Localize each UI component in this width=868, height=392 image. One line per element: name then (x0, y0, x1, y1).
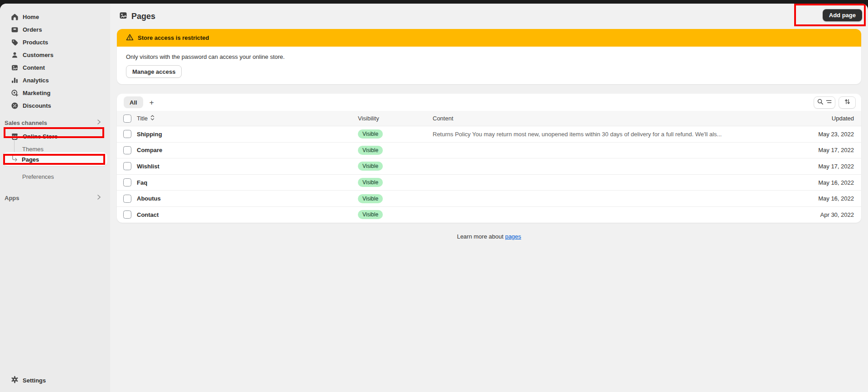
online-store-icon (11, 133, 19, 140)
sidebar-item-home[interactable]: Home (0, 10, 110, 23)
discounts-icon (11, 102, 19, 110)
column-header-content: Content (433, 115, 789, 122)
sidebar-section-sales-channels[interactable]: Sales channels (0, 116, 110, 129)
sidebar-item-label: Pages (22, 156, 39, 163)
sidebar-item-label: Orders (23, 26, 42, 33)
chevron-right-icon (97, 119, 101, 126)
column-header-updated: Updated (789, 115, 861, 122)
marketing-icon (11, 89, 19, 97)
page-title-cell[interactable]: Contact (137, 211, 358, 218)
visibility-badge: Visible (358, 146, 383, 155)
add-page-button[interactable]: Add page (823, 9, 862, 21)
updated-cell: May 17, 2022 (789, 163, 861, 170)
sidebar-item-label: Marketing (23, 90, 50, 96)
select-all-checkbox[interactable] (123, 115, 131, 123)
sidebar-section-apps[interactable]: Apps (0, 191, 110, 204)
page-title-cell[interactable]: Compare (137, 147, 358, 153)
sidebar-item-content[interactable]: Content (0, 61, 110, 74)
sidebar-item-customers[interactable]: Customers (0, 48, 110, 61)
store-access-banner: Store access is restricted Only visitors… (117, 29, 861, 84)
sidebar-item-discounts[interactable]: Discounts (0, 99, 110, 112)
table-row[interactable]: Aboutus Visible May 16, 2022 (117, 190, 861, 206)
sidebar-item-label: Discounts (23, 102, 51, 109)
pages-table-card: All + Title Visibility Content (117, 94, 861, 223)
main-content: Pages Add page Store access is restricte… (110, 4, 868, 392)
visibility-badge: Visible (358, 162, 383, 171)
admin-app: Home Orders Products Customers Content A… (0, 4, 868, 392)
sidebar-item-orders[interactable]: Orders (0, 23, 110, 36)
search-filter-button[interactable] (814, 96, 835, 109)
sort-arrows-icon (844, 98, 851, 106)
updated-cell: May 23, 2022 (789, 131, 861, 138)
sidebar-item-label: Analytics (23, 77, 49, 84)
content-cell: Returns Policy You may return most new, … (433, 131, 789, 138)
table-header-row: Title Visibility Content Updated (117, 111, 861, 126)
chevron-right-icon (97, 194, 101, 201)
warning-icon (126, 33, 134, 43)
analytics-icon (11, 76, 19, 84)
tab-all[interactable]: All (124, 96, 143, 108)
row-checkbox[interactable] (123, 162, 131, 170)
manage-access-button[interactable]: Manage access (126, 65, 182, 78)
sidebar-item-online-store[interactable]: Online Store (0, 130, 110, 143)
visibility-badge: Visible (358, 194, 383, 203)
page-title: Pages (119, 11, 155, 22)
table-row[interactable]: Shipping Visible Returns Policy You may … (117, 126, 861, 142)
page-title-cell[interactable]: Aboutus (137, 195, 358, 202)
sidebar-item-label: Products (23, 39, 48, 46)
customers-icon (11, 51, 19, 59)
page-title-cell[interactable]: Shipping (137, 131, 358, 138)
updated-cell: Apr 30, 2022 (789, 211, 861, 218)
table-row[interactable]: Wishlist Visible May 17, 2022 (117, 158, 861, 174)
orders-icon (11, 26, 19, 33)
visibility-badge: Visible (358, 129, 383, 139)
sidebar-item-label: Content (23, 64, 45, 71)
sidebar-item-marketing[interactable]: Marketing (0, 86, 110, 99)
updated-cell: May 16, 2022 (789, 195, 861, 202)
sidebar: Home Orders Products Customers Content A… (0, 4, 110, 392)
sidebar-item-label: Customers (23, 52, 53, 58)
add-view-button[interactable]: + (149, 99, 154, 106)
row-checkbox[interactable] (123, 146, 131, 154)
sidebar-item-label: Online Store (23, 133, 58, 140)
column-header-title[interactable]: Title (137, 115, 148, 122)
content-icon (11, 64, 19, 72)
products-tag-icon (11, 38, 19, 46)
sidebar-item-label: Home (23, 14, 39, 20)
sidebar-item-label: Settings (23, 377, 46, 384)
updated-cell: May 16, 2022 (789, 179, 861, 186)
home-icon (11, 13, 19, 21)
row-checkbox[interactable] (123, 178, 131, 186)
page-title-cell[interactable]: Wishlist (137, 163, 358, 170)
banner-message: Only visitors with the password can acce… (126, 53, 852, 60)
column-header-visibility: Visibility (358, 115, 433, 122)
gear-icon (11, 376, 19, 385)
banner-title: Store access is restricted (138, 34, 209, 41)
table-tabs-row: All + (117, 94, 861, 111)
table-row[interactable]: Contact Visible Apr 30, 2022 (117, 206, 861, 223)
pages-title-icon (119, 11, 128, 22)
learn-more-footer: Learn more about pages (110, 233, 868, 240)
sidebar-item-settings[interactable]: Settings (0, 374, 110, 387)
table-row[interactable]: Compare Visible May 17, 2022 (117, 142, 861, 158)
row-checkbox[interactable] (123, 130, 131, 138)
row-checkbox[interactable] (123, 210, 131, 219)
sidebar-item-products[interactable]: Products (0, 36, 110, 48)
filter-icon (825, 98, 832, 106)
updated-cell: May 17, 2022 (789, 147, 861, 153)
pages-docs-link[interactable]: pages (505, 233, 521, 240)
table-row[interactable]: Faq Visible May 16, 2022 (117, 174, 861, 191)
sidebar-item-pages[interactable]: Pages (0, 153, 110, 166)
row-checkbox[interactable] (123, 195, 131, 203)
sidebar-item-preferences[interactable]: Preferences (0, 170, 110, 183)
visibility-badge: Visible (358, 210, 383, 219)
search-icon (817, 98, 824, 106)
sort-button[interactable] (839, 96, 856, 109)
sort-caret-icon (150, 115, 155, 122)
sidebar-item-analytics[interactable]: Analytics (0, 74, 110, 86)
visibility-badge: Visible (358, 178, 383, 187)
banner-header: Store access is restricted (117, 29, 861, 47)
corner-down-right-icon (11, 155, 18, 163)
page-title-cell[interactable]: Faq (137, 179, 358, 186)
